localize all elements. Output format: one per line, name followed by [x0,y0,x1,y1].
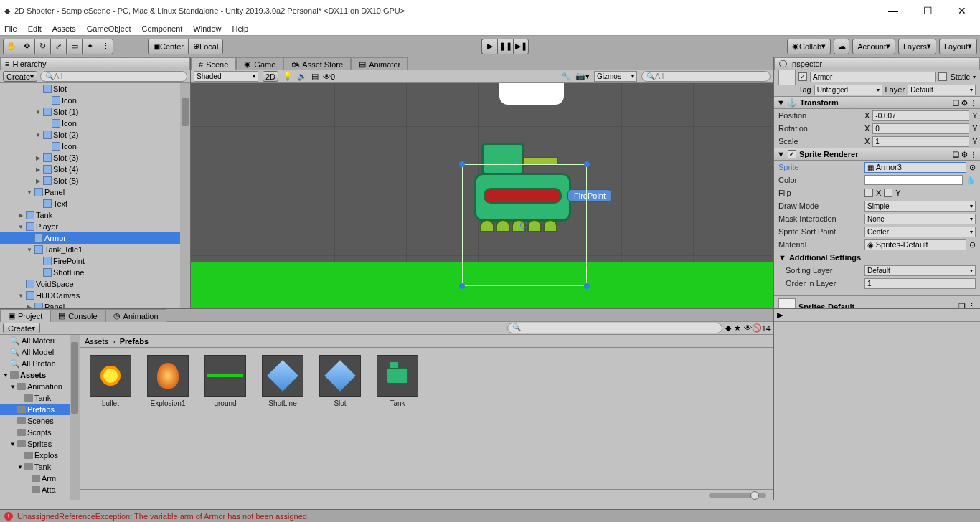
hierarchy-item[interactable]: ▼HUDCanvas [0,290,190,301]
additional-settings[interactable]: Additional Settings [789,253,861,262]
pause-button[interactable]: ❚❚ [497,39,513,54]
sprite-menu-icon[interactable]: ❏ ⚙ ⋮ [953,151,977,158]
assets-grid[interactable]: bulletExplosion1groundShotLineSlotTank [80,348,773,489]
pos-x[interactable] [872,110,969,121]
project-create[interactable]: Create ▾ [3,323,40,333]
scene-viewport[interactable]: FirePoint [191,83,773,308]
hierarchy-search[interactable]: 🔍All [40,71,187,82]
tab-scene[interactable]: # Scene [191,57,236,70]
hierarchy-item[interactable]: Icon [0,141,190,152]
hierarchy-item[interactable]: ▶Slot (3)> [0,152,190,163]
folder-item[interactable]: Prefabs [0,404,80,415]
static-checkbox[interactable] [938,72,947,81]
tab-animator[interactable]: ▤ Animator [351,57,408,70]
collab-dropdown[interactable]: ◉ Collab ▾ [787,39,831,54]
project-tree[interactable]: 🔍All Materi🔍All Model🔍All Prefab▼Assets▼… [0,335,80,500]
filter-icon[interactable]: ◆ [725,323,731,333]
folder-item[interactable]: Explos [0,450,80,461]
color-picker-icon[interactable]: 💧 [966,176,976,185]
pivot-local[interactable]: ⊕ Local [188,39,223,54]
menu-file[interactable]: File [4,24,17,33]
folder-item[interactable]: ▼Animation [0,381,80,392]
hierarchy-item[interactable]: ▼Slot (2)> [0,129,190,141]
material-field[interactable]: ◉ Sprites-Default [864,239,966,250]
menu-window[interactable]: Window [193,24,221,33]
menu-component[interactable]: Component [141,24,182,33]
folder-item[interactable]: Arm [0,473,80,484]
folder-item[interactable]: Scenes [0,415,80,427]
breadcrumb-assets[interactable]: Assets [85,337,108,346]
hierarchy-item[interactable]: Slot> [0,83,190,95]
fx-icon[interactable]: ▤ [311,72,319,81]
tab-project[interactable]: ▣ Project [0,309,50,322]
hierarchy-item[interactable]: ▼Slot (1)> [0,106,190,118]
status-bar[interactable]: ! UnassignedReferenceException: The vari… [0,509,980,522]
material-picker-icon[interactable]: ⊙ [969,240,976,250]
asset-item[interactable]: ground [202,355,248,407]
scale-x[interactable] [872,136,969,147]
folder-item[interactable]: Atta [0,484,80,495]
transform-header[interactable]: ▼ ⚓ Transform❏ ⚙ ⋮ [774,96,980,109]
favorite-icon[interactable]: ★ [734,323,741,333]
folder-item[interactable]: 🔍All Model [0,346,80,358]
step-button[interactable]: ▶❚ [513,39,529,54]
audio-icon[interactable]: 🔊 [297,72,307,81]
shader-menu-icon[interactable]: ❏ ⋮ [958,302,976,308]
move-tool[interactable]: ✥ [19,39,34,54]
hidden-icon[interactable]: 👁0 [323,72,335,81]
asset-item[interactable]: Explosion1 [145,355,191,407]
tab-asset-store[interactable]: 🛍 Asset Store [283,57,351,70]
folder-item[interactable]: Tank [0,392,80,404]
folder-item[interactable]: 🔍All Prefab [0,358,80,369]
hierarchy-item[interactable]: ShotLine [0,267,190,278]
asset-item[interactable]: Slot [317,355,363,407]
order-in-layer[interactable] [864,278,976,289]
rotate-tool[interactable]: ↻ [34,39,50,54]
hierarchy-item[interactable]: FirePoint [0,255,190,267]
layout-dropdown[interactable]: Layout ▾ [939,39,977,54]
layer-dropdown[interactable]: Default [908,85,976,95]
hierarchy-item[interactable]: ▶Slot (4)> [0,163,190,175]
menu-assets[interactable]: Assets [52,24,76,33]
handle-tr[interactable] [584,161,590,167]
hierarchy-scrollbar[interactable] [180,83,190,308]
hierarchy-item[interactable]: ▼Player [0,221,190,232]
tool-icon[interactable]: 🔧 [561,72,571,81]
transform-menu-icon[interactable]: ❏ ⚙ ⋮ [953,99,977,107]
hierarchy-item[interactable]: ▶Panel [0,301,190,308]
play-button[interactable]: ▶ [481,39,497,54]
hierarchy-item[interactable]: Icon [0,118,190,129]
hidden-icon-2[interactable]: 👁🚫 14 [744,323,771,333]
tab-game[interactable]: ◉ Game [236,57,283,70]
flip-x[interactable] [864,189,873,197]
folder-item[interactable]: ▼Tank [0,461,80,473]
transform-tool[interactable]: ✦ [82,39,98,54]
hierarchy-item[interactable]: Icon [0,95,190,106]
name-field[interactable] [810,72,936,82]
project-search[interactable]: 🔍 [507,323,722,333]
gizmos-dropdown[interactable]: Gizmos [594,71,637,82]
sprite-renderer-header[interactable]: ▼ ✓ Sprite Renderer❏ ⚙ ⋮ [774,148,980,161]
folder-item[interactable]: 🔍All Materi [0,335,80,346]
breadcrumb-prefabs[interactable]: Prefabs [120,337,149,346]
handle-tl[interactable] [459,161,465,167]
handle-bl[interactable] [459,283,465,289]
asset-item[interactable]: bullet [88,355,133,407]
layers-dropdown[interactable]: Layers ▾ [898,39,936,54]
pivot-center[interactable]: ▣ Center [148,39,188,54]
tag-dropdown[interactable]: Untagged [814,85,882,95]
hierarchy-tree[interactable]: Slot>Icon▼Slot (1)>Icon▼Slot (2)>Icon▶Sl… [0,83,190,308]
color-field[interactable] [864,175,963,185]
menu-gameobject[interactable]: GameObject [87,24,131,33]
sprite-picker-icon[interactable]: ⊙ [969,163,976,172]
flip-y[interactable] [884,189,892,197]
rot-x[interactable] [872,123,969,134]
tab-animation[interactable]: ◷ Animation [105,309,166,322]
pivot-handle[interactable] [520,222,527,229]
2d-toggle[interactable]: 2D [263,71,278,82]
maximize-button[interactable]: ☐ [917,5,938,16]
inspector-header[interactable]: ⓘ Inspector [774,57,980,70]
close-button[interactable]: ✕ [951,5,973,16]
hierarchy-item[interactable]: Text [0,198,190,209]
menu-edit[interactable]: Edit [28,24,42,33]
